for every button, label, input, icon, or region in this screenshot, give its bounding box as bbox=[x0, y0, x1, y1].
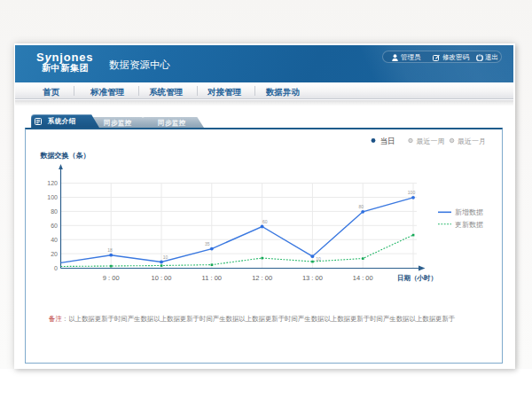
svg-text:13 : 00: 13 : 00 bbox=[302, 273, 323, 281]
svg-text:100: 100 bbox=[408, 189, 416, 194]
svg-text:0: 0 bbox=[54, 265, 58, 271]
svg-text:60: 60 bbox=[51, 222, 58, 228]
svg-text:最近一月: 最近一月 bbox=[458, 137, 486, 145]
svg-text:120: 120 bbox=[47, 180, 58, 186]
svg-text:10: 10 bbox=[163, 254, 168, 260]
svg-text:10: 10 bbox=[316, 255, 321, 261]
svg-text:更新数据: 更新数据 bbox=[455, 220, 483, 228]
svg-text:40: 40 bbox=[51, 236, 58, 242]
svg-text:数据交换（条）: 数据交换（条） bbox=[40, 151, 90, 159]
svg-text:14 : 00: 14 : 00 bbox=[353, 273, 373, 281]
svg-text:60: 60 bbox=[262, 218, 268, 223]
svg-text:11 : 00: 11 : 00 bbox=[202, 273, 222, 281]
svg-text:20: 20 bbox=[51, 250, 58, 256]
svg-text:100: 100 bbox=[47, 194, 58, 200]
svg-text:35: 35 bbox=[205, 240, 210, 246]
svg-text:备注：以上数据更新于时间产生数据以上数据更新于时间产生数据以: 备注：以上数据更新于时间产生数据以上数据更新于时间产生数据以上数据更新于时间产生… bbox=[49, 315, 456, 323]
svg-text:当日: 当日 bbox=[380, 136, 395, 145]
svg-text:80: 80 bbox=[358, 203, 364, 208]
svg-text:12 : 00: 12 : 00 bbox=[252, 273, 272, 281]
svg-text:80: 80 bbox=[51, 207, 58, 214]
svg-text:新增数据: 新增数据 bbox=[455, 208, 483, 216]
svg-text:18: 18 bbox=[107, 247, 113, 253]
svg-text:日期（小时）: 日期（小时） bbox=[397, 273, 437, 281]
svg-text:10 : 00: 10 : 00 bbox=[152, 273, 172, 281]
svg-text:最近一周: 最近一周 bbox=[417, 137, 445, 145]
svg-text:9 : 00: 9 : 00 bbox=[103, 273, 120, 281]
